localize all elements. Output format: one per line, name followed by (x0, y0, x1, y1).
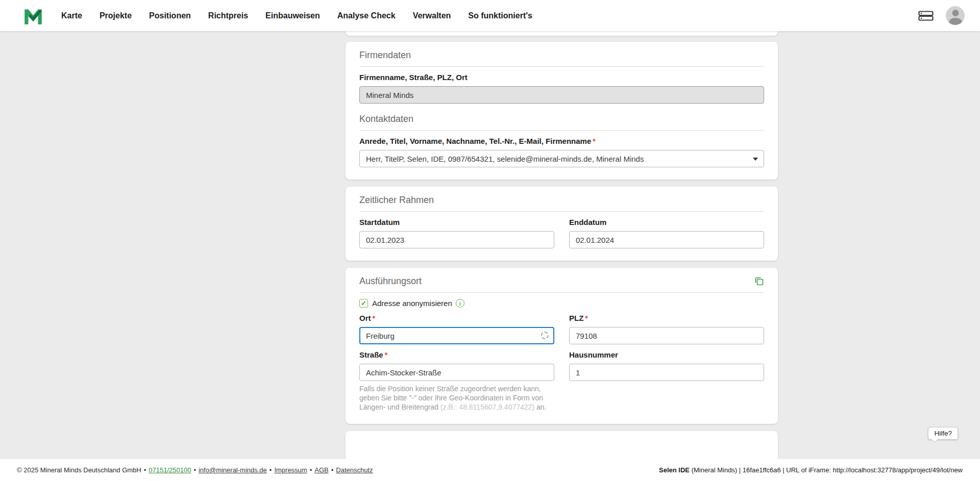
app-logo[interactable] (22, 5, 44, 27)
avatar-head-icon (952, 10, 959, 16)
start-date-input[interactable] (359, 231, 554, 248)
nav-item-analyse-check[interactable]: Analyse Check (337, 11, 396, 20)
postal-code-input[interactable] (569, 327, 764, 344)
required-asterisk: * (585, 314, 587, 322)
contact-select-value: Herr, TitelP, Selen, IDE, 0987/654321, s… (366, 155, 644, 163)
user-avatar[interactable] (946, 6, 965, 25)
firmendaten-title: Firmendaten (359, 50, 411, 60)
ort-plz-row: Ort* PLZ* (359, 314, 764, 344)
firmendaten-title-row: Firmendaten (359, 50, 764, 67)
content-area: Firmendaten Firmenname, Straße, PLZ, Ort… (0, 31, 980, 459)
help-button[interactable]: Hilfe? (928, 427, 958, 440)
strasse-hausnummer-row: Straße* Hausnummer (359, 350, 764, 381)
nav-item-karte[interactable]: Karte (61, 11, 82, 20)
zeitraum-title: Zeitlicher Rahmen (359, 195, 434, 205)
street-input[interactable] (359, 364, 554, 381)
email-link[interactable]: info@mineral-minds.de (199, 466, 267, 474)
card-partial-top (346, 31, 778, 36)
card-firmendaten: Firmendaten Firmenname, Straße, PLZ, Ort… (346, 42, 778, 180)
card-ausfuehrungsort: Ausführungsort Adresse anonymisieren Ort… (346, 268, 778, 424)
server-icon[interactable] (918, 10, 934, 21)
company-label: Firmenname, Straße, PLZ, Ort (359, 73, 764, 82)
nav-right-controls (918, 6, 965, 25)
nav-item-projekte[interactable]: Projekte (100, 11, 132, 20)
copy-icon[interactable] (754, 276, 764, 286)
required-asterisk: * (593, 137, 595, 145)
phone-link[interactable]: 07151/250100 (149, 466, 191, 474)
nav-item-einbauweisen[interactable]: Einbauweisen (265, 11, 320, 20)
impressum-link[interactable]: Impressum (274, 466, 307, 474)
iframe-url-text: (Mineral Minds) | 16fae1ffc6a6 | URL of … (690, 466, 963, 474)
kontaktdaten-title-row: Kontaktdaten (359, 114, 764, 131)
anonymize-label: Adresse anonymisieren (372, 299, 452, 308)
hausnummer-field: Hausnummer (569, 350, 764, 381)
geo-example-text: (z.B.: 48.8115607,9.4077422) (440, 403, 534, 411)
footer-left: © 2025 Mineral Minds Deutschland GmbH•07… (17, 466, 373, 474)
copyright-text: © 2025 Mineral Minds Deutschland GmbH (17, 466, 141, 474)
ort-label: Ort* (359, 314, 554, 323)
contact-select[interactable]: Herr, TitelP, Selen, IDE, 0987/654321, s… (359, 150, 764, 167)
nav-item-verwalten[interactable]: Verwalten (413, 11, 451, 20)
ausfuehrungsort-title: Ausführungsort (359, 276, 422, 286)
ausfuehrungsort-title-row: Ausführungsort (359, 276, 764, 293)
kontaktdaten-title: Kontaktdaten (359, 114, 413, 124)
startdatum-field: Startdatum (359, 218, 554, 248)
datenschutz-link[interactable]: Datenschutz (336, 466, 373, 474)
plz-label: PLZ* (569, 314, 764, 323)
card-partial-bottom (346, 431, 778, 459)
form-column: Firmendaten Firmenname, Straße, PLZ, Ort… (346, 31, 778, 459)
zeitraum-title-row: Zeitlicher Rahmen (359, 195, 764, 212)
enddatum-label: Enddatum (569, 218, 764, 227)
main-nav: Karte Projekte Positionen Richtpreis Ein… (61, 11, 532, 20)
agb-link[interactable]: AGB (314, 466, 328, 474)
strasse-field: Straße* (359, 350, 554, 381)
company-name-input (359, 86, 764, 104)
strasse-label: Straße* (359, 350, 554, 360)
card-zeitlicher-rahmen: Zeitlicher Rahmen Startdatum Enddatum (346, 187, 778, 261)
nav-item-so-funktionierts[interactable]: So funktioniert's (468, 11, 532, 20)
startdatum-label: Startdatum (359, 218, 554, 227)
mineral-minds-m-icon (22, 5, 44, 27)
street-hint-text: Falls die Position keiner Straße zugeord… (359, 384, 554, 412)
footer: © 2025 Mineral Minds Deutschland GmbH•07… (0, 459, 980, 481)
required-asterisk: * (373, 314, 375, 322)
zeitraum-fields: Startdatum Enddatum (359, 218, 764, 248)
avatar-shoulders-icon (949, 18, 962, 25)
hausnummer-label: Hausnummer (569, 350, 764, 360)
ort-input-wrap (359, 327, 554, 344)
required-asterisk: * (385, 351, 387, 359)
anonymize-checkbox-checked[interactable] (359, 299, 368, 308)
footer-debug-info: Selen IDE (Mineral Minds) | 16fae1ffc6a6… (659, 466, 963, 474)
end-date-input[interactable] (569, 231, 764, 248)
loading-spinner-icon (541, 332, 549, 339)
house-number-input[interactable] (569, 364, 764, 381)
enddatum-field: Enddatum (569, 218, 764, 248)
ide-name-text: Selen IDE (659, 466, 690, 474)
anonymize-row: Adresse anonymisieren (359, 299, 764, 308)
nav-item-richtpreis[interactable]: Richtpreis (208, 11, 248, 20)
kontakt-label: Anrede, Titel, Vorname, Nachname, Tel.-N… (359, 137, 764, 146)
top-nav: Karte Projekte Positionen Richtpreis Ein… (0, 0, 980, 31)
nav-item-positionen[interactable]: Positionen (149, 11, 191, 20)
info-icon[interactable] (456, 299, 464, 308)
plz-field: PLZ* (569, 314, 764, 344)
chevron-down-icon (753, 158, 758, 161)
ort-field: Ort* (359, 314, 554, 344)
city-input[interactable] (359, 327, 554, 344)
